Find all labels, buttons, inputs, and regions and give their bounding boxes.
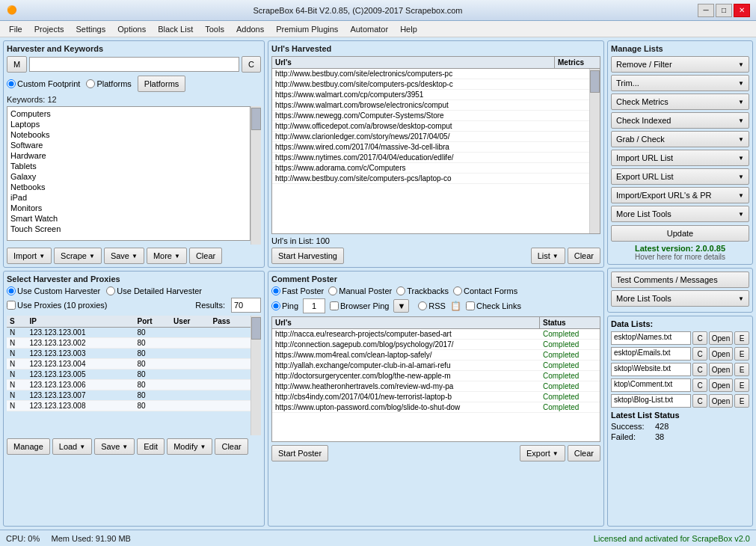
export-button[interactable]: Export ▼ xyxy=(520,445,565,461)
check-links-checkbox[interactable] xyxy=(466,301,475,310)
start-poster-button[interactable]: Start Poster xyxy=(271,445,328,461)
ping-label[interactable]: Ping xyxy=(271,301,298,310)
ping-input[interactable] xyxy=(303,298,325,313)
data-list-e-button[interactable]: E xyxy=(734,363,749,376)
proxy-row[interactable]: N123.123.123.00380 xyxy=(7,349,251,359)
proxy-save-button[interactable]: Save ▼ xyxy=(94,438,135,455)
keyword-item[interactable]: Hardware xyxy=(9,150,248,161)
menu-projects[interactable]: Projects xyxy=(28,23,70,35)
url-item[interactable]: https://www.nytimes.com/2017/04/04/educa… xyxy=(272,153,589,163)
more-button[interactable]: More ▼ xyxy=(147,248,187,264)
data-list-e-button[interactable]: E xyxy=(734,347,749,361)
maximize-button[interactable]: □ xyxy=(716,4,732,17)
results-input[interactable] xyxy=(231,298,261,313)
url-item[interactable]: https://www.walmart.com/browse/electroni… xyxy=(272,100,589,111)
menu-options[interactable]: Options xyxy=(111,23,152,35)
check-metrics-button[interactable]: Check Metrics ▼ xyxy=(611,93,749,110)
keywords-scrollbar[interactable] xyxy=(251,106,261,245)
platforms-radio[interactable] xyxy=(86,79,95,88)
proxy-row[interactable]: N123.123.123.00180 xyxy=(7,328,251,338)
data-list-open-button[interactable]: Open xyxy=(709,347,733,361)
keyword-item[interactable]: Software xyxy=(9,140,248,150)
data-list-open-button[interactable]: Open xyxy=(709,394,733,408)
grab-check-button[interactable]: Grab / Check ▼ xyxy=(611,131,749,147)
url-item[interactable]: http://www.clarionledger.com/story/news/… xyxy=(272,132,589,142)
menu-file[interactable]: File xyxy=(3,23,28,35)
comment-clear-button[interactable]: Clear xyxy=(568,445,600,461)
url-clear-button[interactable]: Clear xyxy=(568,248,600,264)
rss-radio[interactable] xyxy=(418,301,427,310)
keyword-item[interactable]: Monitors xyxy=(9,203,248,213)
fast-poster-radio[interactable] xyxy=(271,286,280,295)
import-button[interactable]: Import ▼ xyxy=(7,248,52,264)
url-item[interactable]: http://www.bestbuy.com/site/computers-pc… xyxy=(272,79,589,90)
data-list-c-button[interactable]: C xyxy=(692,331,707,345)
proxy-row[interactable]: N123.123.123.00780 xyxy=(7,390,251,401)
harvester-input[interactable] xyxy=(29,57,239,72)
url-item[interactable]: http://www.bestbuy.com/site/electronics/… xyxy=(272,69,589,79)
contact-forms-label[interactable]: Contact Forms xyxy=(453,286,517,295)
comment-url-item[interactable]: http://yallah.exchange/computer-club-in-… xyxy=(272,361,600,371)
keywords-list[interactable]: ComputersLaptopsNotebooksSoftwareHardwar… xyxy=(7,106,251,241)
menu-help[interactable]: Help xyxy=(394,23,423,35)
manual-poster-label[interactable]: Manual Poster xyxy=(328,286,392,295)
data-list-c-button[interactable]: C xyxy=(692,394,707,408)
menu-automator[interactable]: Automator xyxy=(344,23,394,35)
save-button[interactable]: Save ▼ xyxy=(104,248,144,264)
menu-settings[interactable]: Settings xyxy=(70,23,111,35)
data-list-open-button[interactable]: Open xyxy=(709,363,733,376)
comment-url-item[interactable]: http://www.heatheronhertravels.com/revie… xyxy=(272,381,600,392)
url-item[interactable]: http://www.officedepot.com/a/browse/desk… xyxy=(272,121,589,132)
keyword-item[interactable]: Netbooks xyxy=(9,182,248,192)
url-item[interactable]: http://www.bestbuy.com/site/computers-pc… xyxy=(272,174,589,184)
custom-footprint-label[interactable]: Custom Footprint xyxy=(7,79,80,88)
comment-url-item[interactable]: http://nacca.eu/research-projects/comput… xyxy=(272,329,600,340)
check-links-label[interactable]: Check Links xyxy=(466,301,521,310)
browser-ping-label[interactable]: Browser Ping xyxy=(330,301,389,310)
data-list-e-button[interactable]: E xyxy=(734,394,749,408)
use-proxies-checkbox[interactable] xyxy=(7,301,16,310)
keyword-item[interactable]: iPad xyxy=(9,192,248,203)
platforms-radio-label[interactable]: Platforms xyxy=(86,79,131,88)
comment-url-item[interactable]: http://cbs4indy.com/2017/04/01/new-terro… xyxy=(272,392,600,402)
proxy-row[interactable]: N123.123.123.00580 xyxy=(7,369,251,380)
comment-url-item[interactable]: http://doctorsurgerycenter.com/blog/the-… xyxy=(272,371,600,381)
trackbacks-radio[interactable] xyxy=(396,286,405,295)
contact-forms-radio[interactable] xyxy=(453,286,462,295)
url-item[interactable]: https://www.newegg.com/Computer-Systems/… xyxy=(272,111,589,121)
import-url-button[interactable]: Import URL List ▼ xyxy=(611,150,749,166)
custom-harvester-label[interactable]: Use Custom Harvester xyxy=(7,286,100,295)
browser-ping-dropdown[interactable]: ▼ xyxy=(393,299,409,313)
browser-ping-checkbox[interactable] xyxy=(330,301,339,310)
url-item[interactable]: https://www.wired.com/2017/04/massive-3d… xyxy=(272,142,589,153)
close-button[interactable]: ✕ xyxy=(734,4,750,17)
manual-poster-radio[interactable] xyxy=(328,286,337,295)
clear-button[interactable]: Clear xyxy=(189,248,222,264)
proxy-clear-button[interactable]: Clear xyxy=(215,438,248,455)
keyword-item[interactable]: Laptops xyxy=(9,119,248,129)
ping-radio[interactable] xyxy=(271,301,280,310)
export-url-button[interactable]: Export URL List ▼ xyxy=(611,168,749,185)
keyword-item[interactable]: Galaxy xyxy=(9,171,248,182)
proxy-row[interactable]: N123.123.123.00280 xyxy=(7,338,251,349)
comment-url-item[interactable]: https://www.mom4real.com/clean-laptop-sa… xyxy=(272,350,600,361)
data-list-c-button[interactable]: C xyxy=(692,363,707,376)
m-button[interactable]: M xyxy=(7,56,27,73)
url-scrollbar[interactable] xyxy=(589,69,600,233)
c-button[interactable]: C xyxy=(242,56,261,73)
import-export-pr-button[interactable]: Import/Export URL's & PR ▼ xyxy=(611,187,749,203)
menu-tools[interactable]: Tools xyxy=(199,23,230,35)
data-list-c-button[interactable]: C xyxy=(692,347,707,361)
url-item[interactable]: https://www.adorama.com/c/Computers xyxy=(272,163,589,174)
test-comments-button[interactable]: Test Comments / Messages xyxy=(611,272,749,288)
check-indexed-button[interactable]: Check Indexed ▼ xyxy=(611,112,749,129)
proxy-scrollbar[interactable] xyxy=(251,316,261,435)
trackbacks-label[interactable]: Trackbacks xyxy=(396,286,449,295)
fast-poster-label[interactable]: Fast Poster xyxy=(271,286,324,295)
start-harvesting-button[interactable]: Start Harvesting xyxy=(271,248,344,264)
comment-url-item[interactable]: https://www.upton-password.com/blog/slid… xyxy=(272,402,600,413)
data-list-open-button[interactable]: Open xyxy=(709,378,733,392)
custom-footprint-radio[interactable] xyxy=(7,79,16,88)
menu-blacklist[interactable]: Black List xyxy=(152,23,199,35)
data-list-c-button[interactable]: C xyxy=(692,378,707,392)
